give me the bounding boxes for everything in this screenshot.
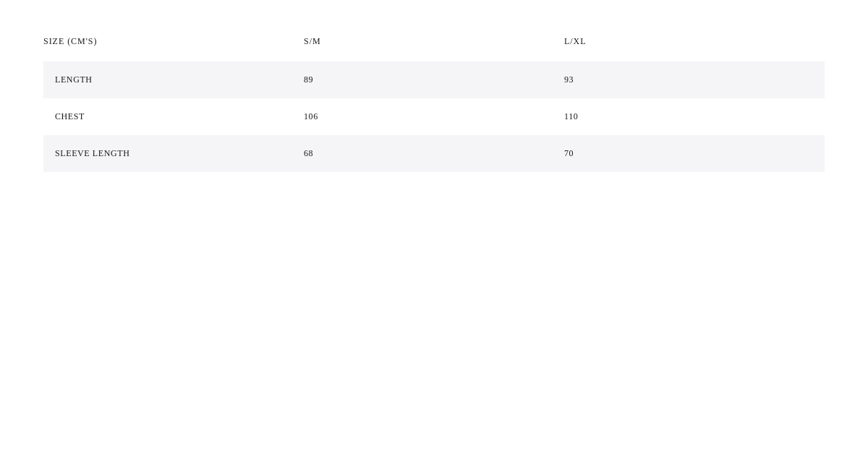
table-row: CHEST 106 110 [43,98,825,135]
col-header-lxl: L/XL [564,29,825,61]
sm-value: 89 [304,61,564,98]
lxl-value: 110 [564,98,825,135]
sm-value: 106 [304,98,564,135]
col-header-sm: S/M [304,29,564,61]
lxl-value: 70 [564,135,825,172]
table-row: SLEEVE LENGTH 68 70 [43,135,825,172]
measurement-label: CHEST [43,98,304,135]
measurement-label: LENGTH [43,61,304,98]
lxl-value: 93 [564,61,825,98]
sm-value: 68 [304,135,564,172]
table-header-row: SIZE (CM'S) S/M L/XL [43,29,825,61]
table-row: LENGTH 89 93 [43,61,825,98]
size-table-container: SIZE (CM'S) S/M L/XL LENGTH 89 93 CHEST … [0,0,868,201]
measurement-label: SLEEVE LENGTH [43,135,304,172]
col-header-size: SIZE (CM'S) [43,29,304,61]
size-table: SIZE (CM'S) S/M L/XL LENGTH 89 93 CHEST … [43,29,825,172]
